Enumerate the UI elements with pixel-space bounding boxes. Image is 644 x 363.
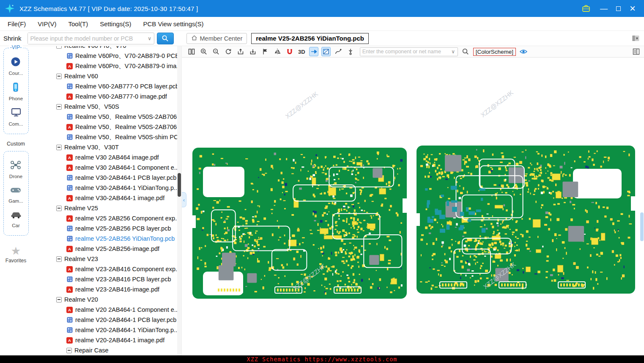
capture-photo-icon[interactable]	[321, 47, 331, 56]
tree-item[interactable]: Arealme V30-2AB464-1 image.pdf	[32, 193, 177, 203]
tree-group[interactable]: Realme V50、V50S	[32, 102, 177, 112]
menu-bar: File(F) VIP(V) Tool(T) Settings(S) PCB V…	[0, 17, 644, 31]
refresh-view-icon[interactable]	[224, 47, 233, 56]
tree-item[interactable]: realme V30-2AB464-1 YiDianTong.p...	[32, 183, 177, 193]
left-sidebar: -VIP- Cour... Phone Com... Custom	[0, 46, 32, 355]
net-search-icon[interactable]	[461, 47, 470, 56]
bottom-layer-box-icon[interactable]	[248, 47, 258, 56]
minimize-button[interactable]: —	[597, 3, 611, 14]
collapse-minus-icon[interactable]	[56, 104, 62, 110]
tree-item[interactable]: Arealme V23-2AB416-image.pdf	[32, 284, 177, 294]
tree-item[interactable]: Realme V50、Realme V50S-2AB706-...	[32, 112, 177, 122]
collapse-minus-icon[interactable]	[66, 348, 72, 353]
tree-item[interactable]: realme V20-2AB464-1 YiDianTong.p...	[32, 325, 177, 335]
tree-group[interactable]: Realme V60 Pro、V70	[32, 46, 177, 51]
tree-group[interactable]: Realme V60	[32, 71, 177, 81]
tree-item[interactable]: Arealme V25-2AB256-image.pdf	[32, 244, 177, 254]
flag-icon[interactable]	[260, 47, 270, 56]
sidebar-item-drone[interactable]: Drone	[9, 160, 22, 179]
search-button[interactable]	[157, 33, 174, 44]
vip-briefcase-icon[interactable]	[581, 4, 591, 13]
sidebar-item-car[interactable]: Car	[10, 209, 22, 228]
tree-item[interactable]: Realme V50、Realme V50S-shim PCI	[32, 132, 177, 142]
collapse-minus-icon[interactable]	[56, 297, 62, 302]
pcb-file-icon	[66, 185, 73, 191]
3d-view-button[interactable]: 3D	[297, 49, 306, 55]
sidebar-item-course[interactable]: Cour...	[9, 56, 23, 76]
tree-item[interactable]: Arealme V23-2AB416 Component exp...	[32, 264, 177, 274]
tree-item[interactable]: Arealme V20-2AB464-1 image.pdf	[32, 335, 177, 345]
tree-group[interactable]: Repair Case	[32, 345, 177, 355]
move-tool-icon[interactable]	[309, 47, 318, 56]
menu-file[interactable]: File(F)	[8, 20, 26, 28]
close-tab-panel-icon[interactable]	[632, 35, 640, 42]
collapse-minus-icon[interactable]	[56, 256, 62, 262]
collapse-minus-icon[interactable]	[56, 74, 62, 79]
collapse-minus-icon[interactable]	[56, 145, 62, 150]
pcb-canvas[interactable]: XZZ@XZZHKXZZ@XZZHKXZZ@XZZHKXZZ@XZZHK ‹	[182, 58, 644, 355]
eye-icon[interactable]	[519, 47, 528, 56]
tree-item[interactable]: realme V25-2AB256 YiDianTong.pcb	[32, 234, 177, 244]
colorscheme-button[interactable]: [ColorScheme]	[473, 48, 516, 56]
menu-settings[interactable]: Settings(S)	[100, 20, 131, 28]
probe-pin-icon[interactable]	[346, 47, 355, 56]
model-search-input[interactable]	[28, 33, 145, 44]
magnet-icon[interactable]	[285, 47, 294, 56]
tree-item-label: realme V20-2AB464-1 YiDianTong.p...	[75, 327, 177, 333]
tree-item[interactable]: realme V23-2AB416 PCB layer.pcb	[32, 274, 177, 284]
tree-item[interactable]: Arealme V30 2AB464-1 Component e...	[32, 162, 177, 173]
tree-group[interactable]: Realme V25	[32, 203, 177, 213]
collapse-minus-icon[interactable]	[56, 206, 62, 211]
canvas-scrollbar-thumb[interactable]	[640, 212, 644, 241]
tree-item[interactable]: realme V25-2AB256 PCB layer.pcb	[32, 223, 177, 234]
tree-group[interactable]: Realme V20	[32, 294, 177, 305]
pdf-file-icon: A	[66, 215, 73, 222]
measure-curve-icon[interactable]	[334, 47, 343, 56]
tree-item[interactable]: Realme V60-2AB777-0 PCB layer.pcb	[32, 81, 177, 91]
tree-item[interactable]: Realme V60Pro、V70-2AB879-0 PCB...	[32, 51, 177, 61]
sidebar-item-phone[interactable]: Phone	[9, 82, 23, 101]
close-button[interactable]: ×	[625, 3, 640, 14]
tree-item-label: Repair Case	[74, 347, 109, 354]
menu-pcb-view-settings[interactable]: PCB View settings(S)	[143, 20, 203, 28]
maximize-button[interactable]	[611, 3, 625, 14]
tree-group[interactable]: Realme V23	[32, 254, 177, 264]
tree-item[interactable]: ARealme V60-2AB777-0 image.pdf	[32, 91, 177, 102]
collapse-tree-tab[interactable]: ‹	[182, 192, 186, 207]
top-layer-box-icon[interactable]	[236, 47, 245, 56]
tree-item-label: Realme V50、Realme V50S-2AB706-...	[75, 123, 177, 131]
tree-scrollbar-thumb[interactable]	[178, 173, 181, 197]
sidebar-item-gamepad[interactable]: Gam...	[8, 185, 23, 204]
zoom-out-icon[interactable]	[211, 47, 221, 56]
tree-item[interactable]: realme V30-2AB464-1 PCB layer.pcb	[32, 173, 177, 183]
tree-item[interactable]: ARealme V50、Realme V50S-2AB706-...	[32, 122, 177, 132]
tree-group[interactable]: Realme V30、V30T	[32, 142, 177, 152]
tree-item[interactable]: Arealme V25 2AB256 Component exp...	[32, 213, 177, 223]
chevron-down-icon[interactable]: ∨	[449, 49, 458, 55]
pcb-board-image[interactable]: XZZ@XZZHKXZZ@XZZHKXZZ@XZZHKXZZ@XZZHK	[182, 58, 644, 355]
layer-list-icon[interactable]	[631, 47, 641, 56]
chevron-down-icon[interactable]: ∨	[145, 36, 154, 41]
menu-tool[interactable]: Tool(T)	[69, 20, 88, 28]
menu-vip[interactable]: VIP(V)	[38, 20, 56, 28]
shrink-button[interactable]: Shrink	[3, 35, 22, 42]
open-pcb-tab[interactable]: realme V25-2AB256 YiDianTong.pcb	[251, 33, 369, 44]
collapse-minus-icon[interactable]	[56, 46, 62, 49]
zoom-in-icon[interactable]	[199, 47, 208, 56]
tree-item[interactable]: ARealme V60Pro、V70-2AB879-0 ima...	[32, 61, 177, 71]
tree-item[interactable]: realme V20-2AB464-1 PCB layer.pcb	[32, 315, 177, 325]
sidebar-item-computer[interactable]: Com...	[9, 107, 23, 126]
pcb-file-icon	[66, 175, 73, 181]
tree-item[interactable]: Arealme V20 2AB464-1 Component e...	[32, 305, 177, 315]
net-search-combobox[interactable]: ∨	[360, 47, 458, 56]
net-search-input[interactable]	[360, 48, 449, 56]
tree-item[interactable]: Arealme V30 2AB464 image.pdf	[32, 152, 177, 162]
dual-view-icon[interactable]	[187, 47, 196, 56]
model-search-combobox[interactable]: ∨	[27, 33, 154, 44]
sidebar-item-favorites[interactable]: ★ Favorites	[5, 246, 26, 264]
member-center-button[interactable]: Member Center	[186, 33, 247, 44]
mirror-flip-icon[interactable]	[273, 47, 282, 56]
tree-item-label: Realme V60-2AB777-0 image.pdf	[75, 93, 167, 100]
tree-scrollbar-track[interactable]	[177, 46, 181, 355]
tree-item-label: realme V30-2AB464-1 YiDianTong.p...	[75, 184, 177, 191]
